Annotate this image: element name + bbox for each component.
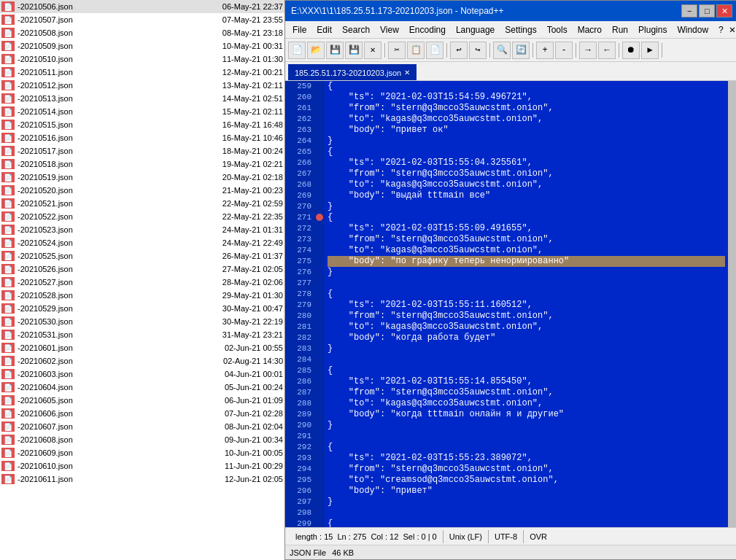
file-name: -20210520.json [18,186,222,195]
list-item[interactable]: -20210518.json19-May-21 02:21 [0,158,284,171]
list-item[interactable]: -20210605.json06-Jun-21 01:09 [0,394,284,407]
minimize-button[interactable]: − [681,4,697,18]
file-name: -20210508.json [18,28,222,37]
toolbar-button[interactable]: 🔄 [512,42,530,59]
menu-item-run[interactable]: Run [608,23,632,36]
toolbar-button[interactable]: 📄 [426,42,443,59]
list-item[interactable]: -20210513.json14-May-21 02:51 [0,92,284,105]
toolbar-button[interactable]: 📄 [288,42,306,59]
menu-item-search[interactable]: Search [338,23,374,36]
list-item[interactable]: -20210511.json12-May-21 00:21 [0,66,284,79]
file-date: 13-May-21 02:11 [222,81,283,90]
file-name: -20210524.json [18,238,222,247]
file-name: -20210518.json [18,160,222,168]
list-item[interactable]: -20210531.json31-May-21 23:21 [0,328,284,341]
menu-item-file[interactable]: File [288,23,311,36]
list-item[interactable]: -20210525.json26-May-21 01:37 [0,249,284,262]
list-item[interactable]: -20210606.json07-Jun-21 02:28 [0,407,284,420]
code-editor[interactable]: { "ts": "2021-02-03T15:54:59.496721", "f… [325,81,728,527]
list-item[interactable]: -20210508.json08-May-21 23:18 [0,26,284,39]
list-item[interactable]: -20210601.json02-Jun-21 00:55 [0,341,284,354]
list-item[interactable]: -20210604.json05-Jun-21 00:24 [0,381,284,394]
list-item[interactable]: -20210510.json11-May-21 01:30 [0,52,284,66]
menu-item-encoding[interactable]: Encoding [405,23,450,36]
breakpoint-marker[interactable] [316,214,323,221]
toolbar-separator [384,43,385,58]
menu-item-plugins[interactable]: Plugins [634,23,671,36]
toolbar-button[interactable]: ↩ [450,42,468,59]
toolbar-button[interactable]: ⏺ [622,42,640,59]
file-date: 07-May-21 23:55 [222,15,283,24]
menu-item-macro[interactable]: Macro [573,23,606,36]
line-number: 297 [285,497,311,508]
code-line: "from": "stern@q3mcco35auwcstmt.onion", [328,103,725,114]
list-item[interactable]: -20210509.json10-May-21 00:31 [0,39,284,52]
list-item[interactable]: -20210610.json11-Jun-21 00:29 [0,459,284,472]
toolbar-button[interactable]: ✂ [388,42,406,59]
close-button[interactable]: ✕ [716,4,732,18]
toolbar-button[interactable]: 💾 [326,42,344,59]
list-item[interactable]: -20210526.json27-May-21 02:05 [0,262,284,276]
list-item[interactable]: -20210519.json20-May-21 02:18 [0,171,284,184]
toolbar-button[interactable]: - [555,42,573,59]
toolbar-button[interactable]: ✕ [364,42,381,59]
file-list[interactable]: -20210506.json06-May-21 22:37-20210507.j… [0,0,284,560]
list-item[interactable]: -20210517.json18-May-21 00:24 [0,144,284,158]
line-number: 270 [285,201,311,212]
list-item[interactable]: -20210522.json22-May-21 22:35 [0,210,284,223]
menu-item-settings[interactable]: Settings [500,23,541,36]
menu-item-edit[interactable]: Edit [312,23,336,36]
active-tab[interactable]: 185.25.51.173-20210203.json ✕ [288,64,417,80]
list-item[interactable]: -20210602.json02-Aug-21 14:30 [0,354,284,368]
list-item[interactable]: -20210514.json15-May-21 02:11 [0,105,284,118]
list-item[interactable]: -20210529.json30-May-21 00:47 [0,302,284,315]
toolbar-button[interactable]: 📂 [307,42,325,59]
list-item[interactable]: -20210523.json24-May-21 01:31 [0,223,284,236]
menu-item-?[interactable]: ? [714,23,728,36]
menu-close-x[interactable]: ✕ [729,23,735,36]
list-item[interactable]: -20210507.json07-May-21 23:55 [0,13,284,26]
list-item[interactable]: -20210611.json12-Jun-21 02:05 [0,472,284,486]
list-item[interactable]: -20210609.json10-Jun-21 00:05 [0,446,284,459]
toolbar-button[interactable]: + [536,42,554,59]
toolbar-button[interactable]: ▶ [641,42,659,59]
list-item[interactable]: -20210608.json09-Jun-21 00:34 [0,433,284,446]
toolbar-button[interactable]: 💾 [345,42,363,59]
list-item[interactable]: -20210506.json06-May-21 22:37 [0,0,284,13]
toolbar-button[interactable]: 🔍 [493,42,511,59]
code-line: "ts": "2021-02-03T15:55:23.389072", [328,453,725,464]
vertical-scrollbar[interactable] [728,81,736,527]
list-item[interactable]: -20210527.json28-May-21 02:06 [0,276,284,289]
toolbar-button[interactable]: 📋 [407,42,425,59]
toolbar-button[interactable]: ↪ [469,42,487,59]
code-line: "ts": "2021-02-03T15:55:04.325561", [328,158,725,168]
list-item[interactable]: -20210530.json30-May-21 22:19 [0,315,284,328]
list-item[interactable]: -20210512.json13-May-21 02:11 [0,79,284,92]
list-item[interactable]: -20210524.json24-May-21 22:49 [0,236,284,249]
menu-item-window[interactable]: Window [673,23,713,36]
file-date: 22-May-21 02:59 [222,199,283,208]
list-item[interactable]: -20210521.json22-May-21 02:59 [0,197,284,210]
file-date: 08-May-21 23:18 [222,28,283,37]
file-icon [1,356,15,366]
code-line: "from": "stern@q3mcco35auwcstmt.onion", [328,311,725,322]
menu-item-language[interactable]: Language [452,23,499,36]
menu-item-view[interactable]: View [376,23,403,36]
maximize-button[interactable]: □ [699,4,715,18]
tab-close-button[interactable]: ✕ [404,69,410,77]
list-item[interactable]: -20210515.json16-May-21 16:48 [0,118,284,131]
file-date: 10-Jun-21 00:05 [225,448,283,457]
tab-label: 185.25.51.173-20210203.json [295,69,401,77]
file-date: 15-May-21 02:11 [222,107,283,116]
file-name: -20210608.json [18,435,225,444]
list-item[interactable]: -20210607.json08-Jun-21 02:04 [0,420,284,433]
list-item[interactable]: -20210516.json16-May-21 10:46 [0,131,284,144]
list-item[interactable]: -20210603.json04-Jun-21 00:01 [0,368,284,381]
file-icon [1,474,15,484]
toolbar-button[interactable]: ← [598,42,616,59]
status-length: length : 15 Ln : 275 Col : 12 Sel : 0 | … [290,530,443,543]
menu-item-tools[interactable]: Tools [543,23,572,36]
list-item[interactable]: -20210520.json21-May-21 00:23 [0,184,284,197]
toolbar-button[interactable]: → [579,42,597,59]
list-item[interactable]: -20210528.json29-May-21 01:30 [0,289,284,302]
